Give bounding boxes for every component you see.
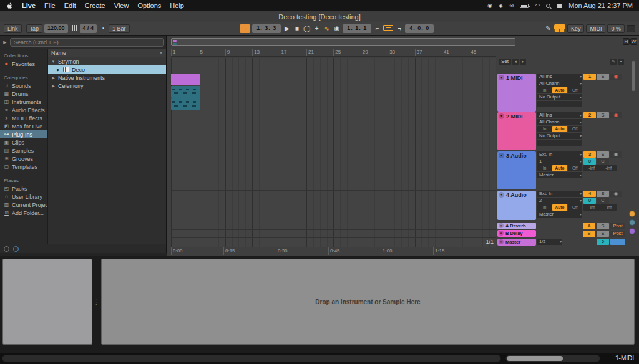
return-activator[interactable]: B: [583, 231, 595, 237]
monitor-in-button[interactable]: In: [537, 126, 552, 132]
arrangement-position-display[interactable]: 1. 3. 3: [252, 24, 281, 33]
input-type-chooser[interactable]: All Ins: [537, 74, 582, 80]
gain-display[interactable]: 0: [583, 158, 596, 165]
loop-switch[interactable]: [383, 24, 393, 33]
sidebar-item-add-folder[interactable]: ⊞ Add Folder...: [0, 209, 47, 217]
draw-mode-button[interactable]: ✎: [544, 24, 552, 33]
solo-button[interactable]: S: [597, 231, 609, 237]
sidebar-item-plug-ins[interactable]: ⊶ Plug-Ins: [0, 130, 47, 138]
next-locator-button[interactable]: ▸: [520, 59, 526, 65]
ableton-link-icon[interactable]: ◈: [499, 2, 503, 9]
solo-button[interactable]: S: [597, 191, 609, 197]
midi-map-button[interactable]: MIDI: [586, 24, 605, 33]
arrangement-overview[interactable]: [171, 38, 515, 46]
edge-marker-teal[interactable]: [629, 219, 635, 226]
input-channel-chooser[interactable]: All Chann: [537, 119, 582, 125]
pan-display[interactable]: C: [597, 158, 609, 165]
tap-tempo-button[interactable]: Tap: [26, 24, 43, 33]
browser-row-strymon[interactable]: ▼ Strymon: [48, 57, 166, 65]
browser-row-deco[interactable]: ▶ Deco: [48, 65, 166, 74]
screen-record-icon[interactable]: ◉: [487, 2, 492, 9]
solo-button[interactable]: S: [597, 112, 609, 118]
record-button[interactable]: ◯: [303, 24, 311, 33]
input-channel-chooser[interactable]: All Chann: [537, 80, 582, 87]
browser-collapse-icon[interactable]: ▶: [2, 40, 8, 45]
return-lane-b[interactable]: [171, 230, 496, 238]
punch-in-button[interactable]: ⌐: [373, 24, 381, 33]
battery-icon[interactable]: [520, 4, 529, 8]
nudge-metronome-icon[interactable]: [70, 24, 78, 33]
output-channel-chooser[interactable]: [537, 101, 582, 107]
pre-post-toggle[interactable]: Post: [610, 231, 625, 237]
input-channel-chooser[interactable]: 2: [537, 198, 582, 204]
loop-start-display[interactable]: 1. 1. 1: [343, 24, 371, 33]
spotlight-search-icon[interactable]: [546, 4, 550, 8]
cue-solo-button[interactable]: [610, 239, 625, 245]
monitor-in-button[interactable]: In: [537, 165, 552, 171]
midi-take-lane-clip[interactable]: [171, 86, 200, 98]
key-map-button[interactable]: Key: [567, 24, 585, 33]
loop-length-display[interactable]: 4. 0. 0: [405, 24, 434, 33]
fold-icon[interactable]: ▾: [499, 113, 504, 119]
pre-post-toggle[interactable]: Post: [610, 223, 625, 229]
optimize-height-button[interactable]: H: [623, 38, 630, 45]
menu-item-options[interactable]: Options: [137, 0, 161, 11]
output-chooser[interactable]: No Output: [537, 94, 582, 100]
capture-midi-button[interactable]: ◉: [333, 24, 341, 33]
overdub-button[interactable]: +: [313, 24, 321, 33]
device-view-selector[interactable]: ⋮: [94, 259, 99, 345]
device-view-drop-area[interactable]: Drop an Instrument or Sample Here: [101, 259, 635, 345]
track-activator[interactable]: 4: [583, 191, 596, 197]
follow-button[interactable]: →: [240, 24, 250, 33]
previous-locator-button[interactable]: ◂: [512, 59, 519, 65]
input-type-chooser[interactable]: All Ins: [537, 112, 582, 118]
quantization-menu[interactable]: 1 Bar: [109, 24, 130, 33]
output-chooser[interactable]: No Output: [537, 133, 582, 139]
vertical-scrollbar[interactable]: [632, 61, 635, 91]
info-icon[interactable]: [4, 246, 9, 252]
metronome-button[interactable]: ◔: [99, 24, 107, 33]
monitor-auto-button[interactable]: Auto: [552, 126, 567, 132]
monitor-auto-button[interactable]: Auto: [552, 165, 567, 171]
menu-item-edit[interactable]: Edit: [64, 0, 76, 11]
gain-display[interactable]: 0: [583, 198, 596, 204]
return-name-box[interactable]: ▾ B Delay: [497, 230, 536, 237]
scrollbar-thumb[interactable]: [507, 356, 563, 361]
midi-take-lane-clip[interactable]: [171, 98, 200, 110]
menu-item-file[interactable]: File: [44, 0, 56, 11]
wifi-icon[interactable]: ◠: [535, 2, 540, 9]
cpu-meter[interactable]: 0 %: [607, 24, 625, 33]
computer-midi-keyboard-button[interactable]: [554, 24, 565, 33]
cue-out-chooser[interactable]: 1/2: [537, 239, 562, 245]
output-chooser[interactable]: Master: [537, 211, 582, 218]
monitor-off-button[interactable]: Off: [568, 126, 582, 132]
expand-arrow-icon[interactable]: ▶: [51, 75, 56, 80]
menu-clock[interactable]: Mon Aug 21 2:37 PM: [568, 2, 633, 9]
optimize-width-button[interactable]: W: [630, 38, 637, 45]
master-name-box[interactable]: ▾ Master: [497, 239, 536, 246]
return-lane-a[interactable]: [171, 223, 496, 230]
play-button[interactable]: ▶: [283, 24, 291, 33]
sidebar-item-audio-effects[interactable]: ≈ Audio Effects: [0, 106, 47, 114]
cue-gain-display[interactable]: 0: [597, 239, 609, 245]
time-ruler[interactable]: 0:00 0:15 0:30 0:45 1:00 1:15: [171, 247, 496, 255]
monitor-in-button[interactable]: In: [537, 204, 552, 211]
draw-icon[interactable]: ✎: [610, 59, 617, 65]
link-button[interactable]: Link: [4, 24, 22, 33]
solo-button[interactable]: S: [597, 151, 609, 158]
track-lane-2-midi[interactable]: [171, 112, 496, 151]
track-header-4-audio[interactable]: ▾ 4 Audio Ext. In 2 In Auto Off Master 4: [497, 191, 625, 220]
sidebar-item-instruments[interactable]: ◫ Instruments: [0, 98, 47, 106]
arm-button[interactable]: ◉: [610, 151, 622, 158]
expand-arrow-icon[interactable]: ▶: [56, 67, 61, 72]
horizontal-scrollbar-right[interactable]: [505, 355, 600, 362]
arm-button[interactable]: ◉: [610, 74, 622, 80]
track-lane-3-audio[interactable]: [171, 151, 496, 191]
fold-icon[interactable]: ▾: [499, 75, 504, 80]
track-activator[interactable]: 3: [583, 151, 596, 158]
sidebar-item-clips[interactable]: ▣ Clips: [0, 138, 47, 146]
apple-menu-icon[interactable]: [6, 2, 13, 9]
volume-display[interactable]: -inf: [583, 165, 600, 171]
monitor-off-button[interactable]: Off: [568, 204, 582, 211]
fold-icon[interactable]: ▾: [499, 239, 504, 244]
